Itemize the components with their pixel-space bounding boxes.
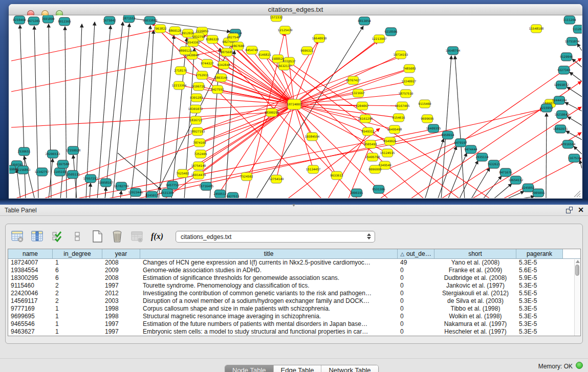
cell-short[interactable]: Yano et al. (2008)	[434, 259, 516, 267]
cell-pagerank[interactable]: 5.3E-5	[516, 328, 563, 336]
cell-name[interactable]: 9699695	[8, 313, 53, 320]
graph-node[interactable]: 12342757	[35, 168, 50, 176]
graph-node[interactable]: 2935114	[475, 153, 489, 161]
function-builder-button[interactable]: f(x)	[149, 229, 165, 244]
cell-short[interactable]: Nakamura et al. (1997)	[434, 320, 516, 328]
cell-year[interactable]: 2008	[102, 259, 140, 267]
graph-node[interactable]: 9245012	[145, 191, 159, 198]
graph-node[interactable]: 11156863	[16, 166, 31, 174]
cell-pagerank[interactable]: 5.3E-5	[516, 297, 563, 305]
cell-out_degree[interactable]: 0	[398, 290, 434, 297]
cell-out_degree[interactable]: 0	[398, 282, 434, 290]
graph-node[interactable]: 8471676	[499, 168, 512, 177]
graph-node[interactable]: 18757510	[399, 90, 413, 98]
graph-node[interactable]: 19384554	[305, 133, 320, 141]
cell-title[interactable]: Changes of HCN gene expression and I(f) …	[140, 259, 398, 267]
graph-node[interactable]: 8391283	[190, 94, 203, 102]
graph-node[interactable]: 7485083	[403, 64, 416, 73]
cell-in_degree[interactable]: 2	[53, 282, 102, 290]
graph-node[interactable]: 16782759	[114, 182, 129, 190]
graph-node[interactable]: 17016504	[561, 140, 576, 148]
graph-node[interactable]: 9875685	[220, 48, 233, 56]
cell-year[interactable]: 2012	[102, 290, 140, 297]
graph-node[interactable]: 15751074	[565, 37, 580, 46]
graph-node[interactable]: 9505493	[364, 140, 377, 148]
cell-name[interactable]: 18724007	[8, 259, 53, 267]
row-select-check-button[interactable]	[50, 229, 65, 244]
cell-title[interactable]: Corpus callosum shape and size in male p…	[140, 305, 398, 313]
column-header-year[interactable]: year	[102, 249, 140, 258]
graph-node[interactable]: 10167465	[395, 102, 410, 110]
graph-node[interactable]: 8186328	[206, 35, 219, 43]
graph-node[interactable]: 16495498	[387, 125, 402, 134]
row-height-button[interactable]	[70, 229, 85, 244]
graph-node[interactable]: 9215953	[540, 104, 553, 112]
cell-in_degree[interactable]: 1	[53, 259, 102, 267]
graph-node[interactable]: 9146821	[258, 51, 271, 59]
cell-out_degree[interactable]: 0	[398, 328, 434, 336]
graph-node[interactable]: 16958107	[99, 179, 114, 187]
cell-short[interactable]: Stergiakouli et al. (2012)	[434, 290, 516, 297]
cell-title[interactable]: Disruption of a novel member of a sodium…	[140, 297, 398, 305]
cell-name[interactable]: 9463627	[8, 328, 53, 336]
graph-node[interactable]: 7905091	[532, 189, 545, 197]
graph-node[interactable]: 2871553	[122, 15, 136, 23]
cell-pagerank[interactable]: 5.9E-5	[516, 274, 563, 282]
scroll-up-icon[interactable]	[576, 260, 580, 263]
delete-trash-button[interactable]	[110, 229, 125, 244]
table-row[interactable]: 1456911722003Disruption of a novel membe…	[8, 297, 580, 305]
cell-name[interactable]: 22420046	[8, 290, 53, 297]
graph-node[interactable]: 9196720	[192, 82, 205, 91]
column-header-in_degree[interactable]: in_degree	[53, 249, 102, 258]
splitter-handle[interactable]	[292, 204, 295, 207]
graph-node[interactable]: 12444194	[552, 96, 567, 104]
cell-title[interactable]: Estimation of significance thresholds fo…	[140, 274, 398, 282]
cell-out_degree[interactable]: 49	[398, 259, 434, 267]
cell-in_degree[interactable]: 2	[53, 290, 102, 297]
graph-node[interactable]: 2204067	[356, 102, 369, 110]
cell-in_degree[interactable]: 6	[53, 267, 102, 274]
column-header-out_degree[interactable]: △out_de…	[398, 249, 434, 258]
table-row[interactable]: 1872400712008Changes of HCN gene express…	[8, 259, 580, 267]
graph-node[interactable]: 19734193	[394, 51, 408, 59]
graph-node[interactable]: 8813054	[358, 17, 371, 25]
cell-out_degree[interactable]: 0	[398, 305, 434, 313]
cell-in_degree[interactable]: 6	[53, 274, 102, 282]
graph-node[interactable]: 18300295	[265, 108, 279, 117]
column-header-short[interactable]: short	[434, 249, 516, 258]
cell-year[interactable]: 1997	[102, 282, 140, 290]
graph-node[interactable]: 7963822	[154, 25, 167, 33]
cell-short[interactable]: Wolkin et al. (1998)	[434, 313, 516, 320]
graph-node[interactable]: 8860128	[168, 27, 182, 35]
cell-year[interactable]: 2003	[102, 297, 140, 305]
cell-pagerank[interactable]: 5.6E-5	[516, 267, 563, 274]
graph-node[interactable]: 9227343	[557, 66, 571, 74]
graph-node[interactable]: 12240927	[402, 77, 417, 85]
graph-node[interactable]: 9827546	[227, 33, 240, 41]
cell-pagerank[interactable]: 5.5E-5	[516, 290, 563, 297]
table-row[interactable]: 1830029562008Estimation of significance …	[8, 274, 580, 282]
graph-node[interactable]: 16409355	[426, 124, 441, 133]
graph-node[interactable]: 15716485	[199, 182, 214, 190]
graph-node[interactable]: 17359928	[66, 146, 81, 155]
cell-pagerank[interactable]: 5.3E-5	[516, 282, 563, 290]
graph-node[interactable]: 9115460	[418, 100, 431, 108]
memory-ok-indicator[interactable]	[576, 362, 583, 369]
table-selector-dropdown[interactable]: citations_edges.txt	[176, 231, 375, 243]
cell-year[interactable]: 1998	[102, 313, 140, 320]
table-row[interactable]: 946362711997Embryonic stem cells: a mode…	[8, 328, 580, 336]
cell-title[interactable]: Investigating the contribution of common…	[140, 290, 398, 297]
graph-node[interactable]: 8454749	[245, 46, 258, 54]
column-header-pagerank[interactable]: pagerank	[516, 249, 563, 258]
cell-out_degree[interactable]: 0	[398, 274, 434, 282]
graph-node[interactable]: 2803144	[214, 74, 228, 82]
float-panel-icon[interactable]	[566, 207, 573, 213]
graph-node[interactable]: 9474444	[464, 145, 477, 154]
graph-node[interactable]: 12213364	[172, 81, 187, 90]
graph-node[interactable]: 2718176	[174, 67, 187, 75]
new-document-button[interactable]	[90, 229, 105, 244]
graph-node[interactable]: 1675042	[103, 16, 116, 25]
citation-network-canvas[interactable]: 8210460967130176918908012365167504228715…	[9, 15, 582, 198]
graph-node[interactable]: 18927193	[190, 127, 205, 136]
cell-title[interactable]: Tourette syndrome. Phenomenology and cla…	[140, 282, 398, 290]
